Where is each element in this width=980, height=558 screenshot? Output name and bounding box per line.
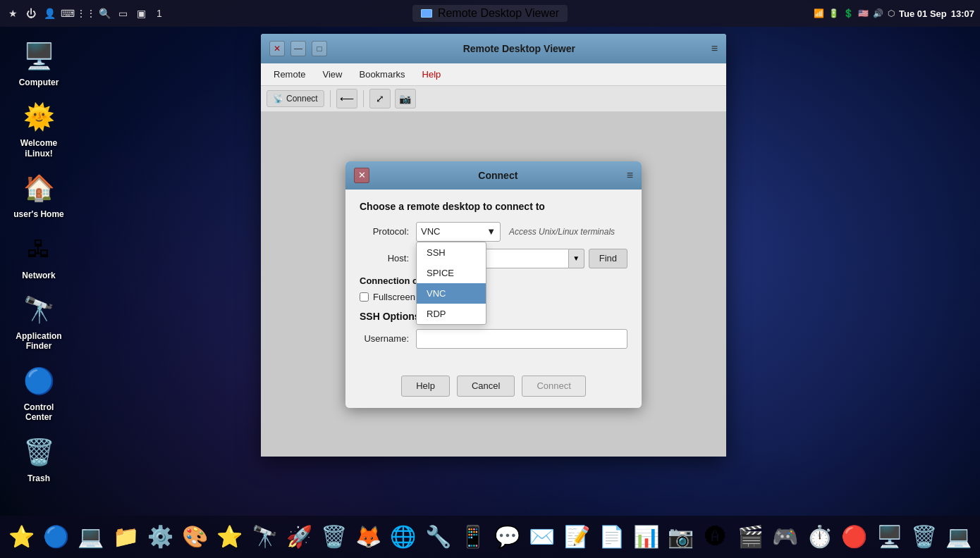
resize-button[interactable]: ⤢ bbox=[369, 89, 391, 108]
dock-filemanager[interactable]: 📁 bbox=[110, 520, 142, 554]
appfinder-label: Application Finder bbox=[10, 331, 68, 352]
app-window: ✕ — □ Remote Desktop Viewer ≡ Remote Vie… bbox=[261, 34, 726, 457]
dock-trash2[interactable]: 🗑️ bbox=[908, 520, 940, 554]
window-menu-button[interactable]: ≡ bbox=[711, 42, 718, 55]
disconnect-button[interactable]: ⟵ bbox=[336, 89, 357, 108]
dock-anydesk-icon: 🔴 bbox=[841, 526, 867, 547]
dock-word-icon: 📝 bbox=[564, 526, 590, 547]
dock-apps[interactable]: 🔵 bbox=[40, 520, 72, 554]
star-icon[interactable]: ★ bbox=[6, 6, 20, 20]
dock-anote-icon: 🅐 bbox=[705, 526, 726, 547]
computer-label: Computer bbox=[19, 78, 59, 87]
dock-firefox[interactable]: 🦊 bbox=[353, 520, 384, 554]
dock-sheets[interactable]: 📊 bbox=[630, 520, 662, 554]
taskbar-app-title: Remote Desktop Viewer bbox=[438, 7, 559, 20]
window-icon[interactable]: ▭ bbox=[116, 6, 130, 20]
taskbar-app-button[interactable]: Remote Desktop Viewer bbox=[412, 5, 568, 22]
menu-bookmarks[interactable]: Bookmarks bbox=[352, 66, 412, 82]
dock-steam[interactable]: 🎮 bbox=[769, 520, 801, 554]
ssh-options-title: SSH Options bbox=[360, 311, 627, 322]
volume-icon: 🔊 bbox=[873, 8, 883, 18]
fullscreen-checkbox[interactable] bbox=[360, 292, 369, 302]
menu-remote[interactable]: Remote bbox=[267, 66, 313, 82]
power-icon[interactable]: ⏻ bbox=[24, 6, 38, 20]
window-maximize-button[interactable]: □ bbox=[312, 41, 327, 56]
dock-rdp[interactable]: 🖥️ bbox=[873, 520, 905, 554]
dock-chrome-icon: 🌐 bbox=[390, 526, 416, 547]
dock-skype[interactable]: 💬 bbox=[491, 520, 523, 554]
dialog-close-button[interactable]: ✕ bbox=[354, 168, 369, 183]
host-label: Host: bbox=[360, 253, 416, 264]
help-button[interactable]: Help bbox=[401, 376, 450, 397]
dock-word[interactable]: 📝 bbox=[561, 520, 592, 554]
desktop-icon-controlcenter[interactable]: 🔵 Control Center bbox=[7, 359, 71, 427]
dock-rocket-icon: 🚀 bbox=[286, 526, 312, 547]
window-content: ✕ Connect ≡ Choose a remote desktop to c… bbox=[261, 112, 726, 457]
dock-wps[interactable]: 📄 bbox=[596, 520, 627, 554]
dock-viber-icon: 📱 bbox=[460, 526, 486, 547]
dialog-footer: Help Cancel Connect bbox=[345, 367, 642, 408]
dock-rocket[interactable]: 🚀 bbox=[283, 520, 315, 554]
dock-bino[interactable]: 🔭 bbox=[248, 520, 280, 554]
dock-anote[interactable]: 🅐 bbox=[699, 520, 731, 554]
desktop-icon-appfinder[interactable]: 🔭 Application Finder bbox=[7, 287, 71, 356]
connect-dialog-button[interactable]: Connect bbox=[522, 376, 585, 397]
dock-star[interactable]: ⭐ bbox=[6, 520, 37, 554]
protocol-select[interactable]: VNC ▼ bbox=[416, 222, 501, 242]
controlcenter-label: Control Center bbox=[10, 402, 68, 423]
fullscreen-row: Fullscreen bbox=[360, 292, 627, 302]
dock-rdp-icon: 🖥️ bbox=[876, 526, 902, 547]
protocol-label: Protocol: bbox=[360, 226, 416, 237]
dock-chrome[interactable]: 🌐 bbox=[387, 520, 419, 554]
protocol-option-vnc[interactable]: VNC bbox=[417, 283, 486, 304]
menu-help[interactable]: Help bbox=[415, 66, 448, 82]
window-close-button[interactable]: ✕ bbox=[269, 41, 285, 56]
window-minimize-button[interactable]: — bbox=[290, 41, 306, 56]
dock-screen[interactable]: 💻 bbox=[943, 520, 974, 554]
desktop-icon-network[interactable]: 🖧 Network bbox=[7, 227, 71, 285]
desktop-icon-home[interactable]: 🏠 user's Home bbox=[7, 166, 71, 223]
dock-files[interactable]: 💻 bbox=[75, 520, 106, 554]
screenshot-button[interactable]: 📷 bbox=[395, 89, 416, 108]
dock-sheets-icon: 📊 bbox=[633, 526, 659, 547]
keyboard-icon[interactable]: ⌨ bbox=[61, 6, 75, 20]
dock-vlc[interactable]: 🎬 bbox=[735, 520, 766, 554]
dock-mail[interactable]: ✉️ bbox=[526, 520, 558, 554]
dock-trash-dock[interactable]: 🗑️ bbox=[318, 520, 350, 554]
dock-fav-icon: ⭐ bbox=[216, 526, 243, 547]
dock-timeshift[interactable]: ⏱️ bbox=[804, 520, 835, 554]
username-input[interactable] bbox=[416, 329, 627, 349]
host-dropdown-button[interactable]: ▼ bbox=[569, 249, 584, 268]
dialog-overlay: ✕ Connect ≡ Choose a remote desktop to c… bbox=[261, 112, 726, 457]
user-icon[interactable]: 👤 bbox=[42, 6, 56, 20]
protocol-option-spice[interactable]: SPICE bbox=[417, 263, 486, 283]
trash-label: Trash bbox=[27, 473, 50, 483]
dock-capture[interactable]: 📷 bbox=[665, 520, 697, 554]
workspace-icon[interactable]: 1 bbox=[152, 6, 166, 20]
dock-apps-icon: 🔵 bbox=[43, 526, 69, 547]
dock-anydesk[interactable]: 🔴 bbox=[838, 520, 870, 554]
find-button[interactable]: Find bbox=[589, 249, 627, 268]
dock-paint-icon: 🎨 bbox=[182, 526, 208, 547]
desktop-icon-trash[interactable]: 🗑️ Trash bbox=[7, 430, 71, 488]
connect-toolbar-button[interactable]: 📡 Connect bbox=[267, 90, 324, 107]
desktop-icon-welcome[interactable]: 🌞 Welcome iLinux! bbox=[7, 94, 71, 163]
dock-viber[interactable]: 📱 bbox=[457, 520, 489, 554]
menu-view[interactable]: View bbox=[316, 66, 350, 82]
screen-icon[interactable]: ▣ bbox=[134, 6, 148, 20]
desktop-icon-computer[interactable]: 🖥️ Computer bbox=[7, 34, 71, 92]
dock-tools[interactable]: 🔧 bbox=[422, 520, 454, 554]
cancel-button[interactable]: Cancel bbox=[457, 376, 515, 397]
protocol-option-ssh[interactable]: SSH bbox=[417, 242, 486, 263]
dialog-menu-button[interactable]: ≡ bbox=[627, 169, 633, 182]
home-icon: 🏠 bbox=[20, 170, 57, 206]
dock-paint[interactable]: 🎨 bbox=[179, 520, 211, 554]
welcome-icon: 🌞 bbox=[20, 99, 57, 135]
username-label: Username: bbox=[360, 333, 416, 344]
connection-options-label: Connection options: bbox=[360, 275, 627, 286]
protocol-option-rdp[interactable]: RDP bbox=[417, 304, 486, 324]
dock-fav[interactable]: ⭐ bbox=[214, 520, 245, 554]
grid-icon[interactable]: ⋮⋮ bbox=[79, 6, 93, 20]
dock-settings[interactable]: ⚙️ bbox=[145, 520, 176, 554]
search-icon[interactable]: 🔍 bbox=[97, 6, 111, 20]
